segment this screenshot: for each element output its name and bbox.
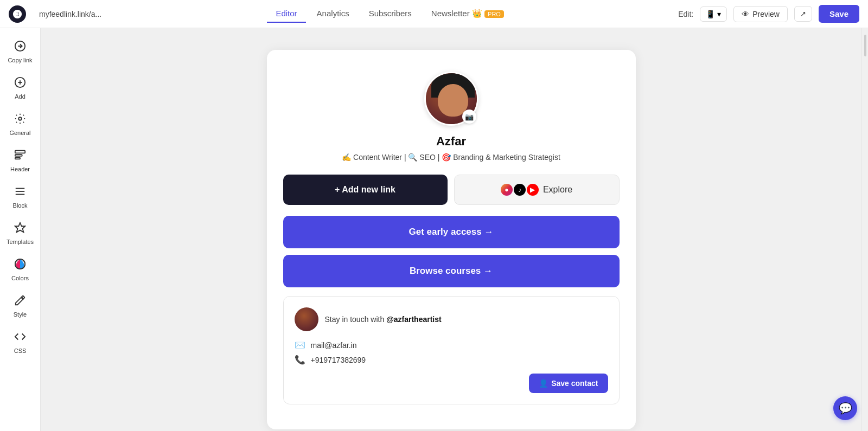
svg-point-5 — [18, 117, 22, 120]
explore-button[interactable]: ● ♪ ▶ Explore — [454, 175, 620, 205]
sidebar: Copy link Add General Header Block — [0, 28, 41, 431]
tiktok-icon: ♪ — [514, 184, 526, 196]
sidebar-item-block[interactable]: Block — [2, 180, 39, 214]
contact-footer: 👤 Save contact — [295, 374, 608, 393]
browse-courses-link-button[interactable]: Browse courses → — [283, 255, 620, 287]
contact-card: Stay in touch with @azfartheartist ✉️ ma… — [283, 296, 620, 404]
early-access-link-button[interactable]: Get early access → — [283, 216, 620, 248]
contact-phone: +919717382699 — [311, 356, 366, 364]
contact-phone-row: 📞 +919717382699 — [295, 355, 608, 365]
contact-title: Stay in touch with @azfartheartist — [325, 315, 442, 324]
contact-header: Stay in touch with @azfartheartist — [295, 307, 608, 331]
gear-icon — [14, 113, 26, 127]
sidebar-item-style[interactable]: Style — [2, 289, 39, 323]
tab-editor[interactable]: Editor — [267, 5, 305, 23]
camera-button[interactable]: 📷 — [462, 110, 476, 124]
sidebar-block-label: Block — [13, 202, 28, 209]
camera-icon: 📷 — [465, 113, 474, 121]
right-scrollbar — [861, 28, 868, 431]
scrollbar-thumb[interactable] — [864, 35, 866, 56]
person-icon: 👤 — [539, 379, 548, 388]
sidebar-item-colors[interactable]: Colors — [2, 253, 39, 287]
add-icon — [14, 76, 26, 91]
tab-newsletter[interactable]: Newsletter 👑 PRO — [423, 5, 513, 23]
svg-rect-7 — [15, 155, 22, 156]
sidebar-item-templates[interactable]: Templates — [2, 216, 39, 250]
svg-rect-6 — [15, 151, 25, 153]
css-icon — [14, 331, 26, 345]
phone-icon: 📞 — [295, 355, 305, 365]
save-button[interactable]: Save — [819, 5, 859, 23]
external-icon: ↗ — [800, 10, 806, 18]
style-icon — [14, 294, 26, 309]
sidebar-item-header[interactable]: Header — [2, 144, 39, 178]
edit-label: Edit: — [678, 10, 693, 18]
contact-email: mail@azfar.in — [311, 341, 357, 350]
copy-link-icon — [14, 40, 26, 55]
email-icon: ✉️ — [295, 340, 305, 350]
sidebar-copy-link-label: Copy link — [8, 57, 32, 63]
sidebar-colors-label: Colors — [11, 275, 29, 281]
youtube-icon: ▶ — [527, 184, 539, 196]
svg-marker-12 — [15, 223, 25, 232]
profile-avatar-wrap: 📷 — [424, 72, 478, 126]
external-link-button[interactable]: ↗ — [794, 6, 812, 22]
save-contact-button[interactable]: 👤 Save contact — [529, 374, 608, 393]
eye-icon: 👁 — [742, 10, 749, 18]
colors-icon — [14, 258, 26, 273]
sidebar-item-copy-link[interactable]: Copy link — [2, 35, 39, 69]
main-area: Copy link Add General Header Block — [0, 28, 868, 431]
top-navigation: myfeedlink.link/a... Editor Analytics Su… — [0, 0, 868, 28]
chat-bubble-button[interactable]: 💬 — [833, 396, 857, 420]
canvas-area: 📷 Azfar ✍️ Content Writer | 🔍 SEO | 🎯 Br… — [41, 28, 861, 431]
url-display: myfeedlink.link/a... — [39, 10, 101, 18]
sidebar-item-general[interactable]: General — [2, 107, 39, 141]
contact-avatar — [295, 307, 318, 331]
mobile-icon: 📱 — [706, 10, 715, 18]
sidebar-style-label: Style — [14, 311, 27, 318]
sidebar-general-label: General — [9, 130, 30, 136]
sidebar-item-add[interactable]: Add — [2, 71, 39, 105]
add-new-link-button[interactable]: + Add new link — [283, 175, 448, 205]
sidebar-add-label: Add — [15, 93, 25, 100]
contact-email-row: ✉️ mail@azfar.in — [295, 340, 608, 350]
app-logo — [9, 5, 26, 23]
nav-tabs: Editor Analytics Subscribers Newsletter … — [114, 5, 665, 23]
svg-rect-8 — [15, 158, 20, 159]
sidebar-templates-label: Templates — [7, 239, 34, 245]
editor-preview: 📷 Azfar ✍️ Content Writer | 🔍 SEO | 🎯 Br… — [267, 50, 636, 429]
profile-bio: ✍️ Content Writer | 🔍 SEO | 🎯 Branding &… — [342, 153, 560, 162]
profile-name: Azfar — [436, 134, 466, 149]
chat-icon: 💬 — [839, 402, 852, 415]
tab-analytics[interactable]: Analytics — [308, 5, 358, 23]
sidebar-css-label: CSS — [14, 348, 27, 354]
instagram-icon: ● — [501, 184, 513, 196]
templates-icon — [14, 222, 26, 236]
header-icon — [14, 149, 26, 164]
social-icons: ● ♪ ▶ — [501, 184, 539, 196]
block-icon — [14, 185, 26, 200]
topnav-right: Edit: 📱 ▾ 👁 Preview ↗ Save — [678, 5, 859, 23]
device-selector[interactable]: 📱 ▾ — [700, 7, 727, 22]
sidebar-header-label: Header — [10, 166, 30, 172]
contact-info: ✉️ mail@azfar.in 📞 +919717382699 — [295, 340, 608, 365]
preview-button[interactable]: 👁 Preview — [733, 6, 788, 22]
sidebar-item-css[interactable]: CSS — [2, 325, 39, 359]
tab-subscribers[interactable]: Subscribers — [360, 5, 420, 23]
action-row: + Add new link ● ♪ ▶ Explore — [283, 175, 620, 205]
chevron-down-icon: ▾ — [717, 10, 721, 18]
